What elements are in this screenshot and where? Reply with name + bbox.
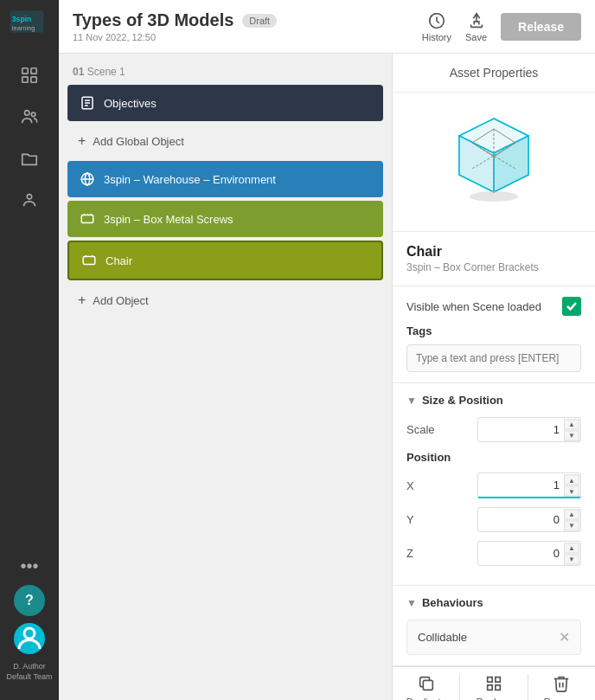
list-item-objectives[interactable]: Objectives (67, 85, 383, 121)
svg-point-8 (31, 112, 35, 117)
y-input-wrap: ▲ ▼ (477, 507, 581, 532)
sidebar-icon-gallery[interactable] (12, 58, 47, 93)
scale-down[interactable]: ▼ (564, 430, 579, 440)
z-label: Z (406, 547, 413, 560)
size-position-title: Size & Position (422, 394, 503, 407)
y-up[interactable]: ▲ (564, 509, 579, 519)
tags-input[interactable] (406, 344, 581, 372)
svg-rect-4 (31, 68, 36, 74)
release-button[interactable]: Release (501, 13, 581, 41)
behaviours-header: ▼ Behaviours (406, 596, 581, 609)
replace-button[interactable]: Replace (460, 674, 527, 700)
behaviours-section: ▼ Behaviours Collidable ✕ (393, 586, 595, 666)
header-date: 11 Nov 2022, 12:50 (73, 32, 412, 42)
y-down[interactable]: ▼ (564, 520, 579, 530)
main-content: Types of 3D Models Draft 11 Nov 2022, 12… (59, 0, 595, 700)
z-down[interactable]: ▼ (564, 554, 579, 564)
user-name: D. Author (7, 661, 53, 672)
sidebar-icon-folder[interactable] (12, 141, 47, 176)
x-label: X (406, 479, 414, 492)
sidebar-icon-people[interactable] (12, 100, 47, 134)
save-button[interactable]: Save (465, 11, 487, 42)
replace-label: Replace (477, 697, 511, 700)
sidebar: 3spin learning ••• ? D. Author Default T… (0, 0, 59, 700)
left-panel: 01 Scene 1 Objectives + Add Global Objec… (59, 54, 392, 700)
collidable-row: Collidable ✕ (406, 620, 581, 655)
svg-rect-17 (81, 215, 93, 223)
asset-info: Chair 3spin – Box Corner Brackets (393, 232, 595, 286)
scene-label: 01 Scene 1 (67, 62, 383, 81)
list-item-warehouse[interactable]: 3spin – Warehouse – Environment (67, 161, 383, 197)
add-global-icon: + (78, 133, 86, 149)
svg-point-7 (25, 111, 30, 116)
behaviours-arrow: ▼ (406, 597, 417, 609)
y-stepper[interactable]: ▲ ▼ (564, 509, 579, 530)
list-item-chair[interactable]: Chair (67, 241, 383, 280)
page-title-row: Types of 3D Models Draft (73, 10, 412, 30)
remove-button[interactable]: Remove (528, 674, 595, 700)
svg-rect-5 (22, 77, 28, 82)
objectives-icon (78, 93, 97, 112)
history-label: History (422, 32, 451, 42)
y-row: Y ▲ ▼ (406, 507, 581, 532)
list-item-metal-screws[interactable]: 3spin – Box Metal Screws (67, 201, 383, 237)
collidable-remove[interactable]: ✕ (559, 629, 570, 645)
add-global-object-button[interactable]: + Add Global Object (67, 125, 383, 157)
svg-text:learning: learning (12, 24, 35, 32)
svg-point-10 (24, 628, 35, 639)
asset-name: Chair (406, 244, 581, 260)
asset-properties-header: Asset Properties (393, 54, 595, 93)
size-position-header: ▼ Size & Position (406, 394, 581, 407)
sidebar-icon-team[interactable] (12, 183, 47, 217)
user-avatar[interactable] (14, 623, 45, 654)
visible-label: Visible when Scene loaded (406, 300, 541, 313)
collidable-label: Collidable (418, 631, 467, 644)
svg-rect-28 (423, 680, 432, 690)
x-row: X ▲ ▼ (406, 472, 581, 498)
size-position-section: ▼ Size & Position Scale ▲ ▼ Position (393, 383, 595, 586)
header-title-area: Types of 3D Models Draft 11 Nov 2022, 12… (73, 10, 412, 42)
z-input-wrap: ▲ ▼ (477, 541, 581, 566)
sidebar-bottom: ? D. Author Default Team (7, 585, 53, 691)
save-label: Save (465, 32, 487, 42)
scale-up[interactable]: ▲ (564, 419, 579, 429)
chair-icon (80, 251, 99, 270)
svg-text:3spin: 3spin (12, 15, 31, 23)
svg-point-9 (27, 195, 32, 200)
visible-checkbox[interactable] (562, 297, 581, 316)
history-button[interactable]: History (422, 11, 451, 42)
objectives-label: Objectives (104, 97, 157, 110)
header: Types of 3D Models Draft 11 Nov 2022, 12… (59, 0, 595, 54)
x-input-wrap: ▲ ▼ (477, 472, 581, 498)
scale-stepper[interactable]: ▲ ▼ (564, 419, 579, 440)
x-up[interactable]: ▲ (564, 475, 579, 485)
z-stepper[interactable]: ▲ ▼ (564, 543, 579, 564)
add-global-label: Add Global Object (93, 135, 184, 148)
content-area: 01 Scene 1 Objectives + Add Global Objec… (59, 54, 595, 700)
visible-row: Visible when Scene loaded (406, 297, 581, 316)
sidebar-more[interactable]: ••• (20, 556, 38, 576)
position-label: Position (406, 451, 581, 464)
visible-section: Visible when Scene loaded Tags (393, 286, 595, 383)
help-button[interactable]: ? (14, 585, 45, 616)
scale-row: Scale ▲ ▼ (406, 417, 581, 442)
z-up[interactable]: ▲ (564, 543, 579, 553)
right-panel: Asset Properties (392, 54, 595, 700)
app-logo: 3spin learning (8, 9, 51, 37)
x-down[interactable]: ▼ (564, 486, 579, 497)
header-actions: History Save Release (422, 11, 581, 42)
z-row: Z ▲ ▼ (406, 541, 581, 566)
scale-input-wrap: ▲ ▼ (477, 417, 581, 442)
warehouse-icon (78, 170, 97, 189)
remove-label: Remove (544, 697, 579, 700)
metal-screws-label: 3spin – Box Metal Screws (104, 213, 234, 226)
draft-badge: Draft (242, 14, 277, 28)
duplicate-label: Duplicate (406, 697, 446, 700)
behaviours-title: Behaviours (422, 596, 483, 609)
duplicate-button[interactable]: Duplicate (393, 674, 459, 700)
x-stepper[interactable]: ▲ ▼ (564, 475, 579, 497)
add-object-button[interactable]: + Add Object (67, 284, 383, 317)
warehouse-label: 3spin – Warehouse – Environment (104, 173, 276, 186)
tags-label: Tags (406, 324, 581, 337)
user-team: Default Team (7, 671, 53, 683)
